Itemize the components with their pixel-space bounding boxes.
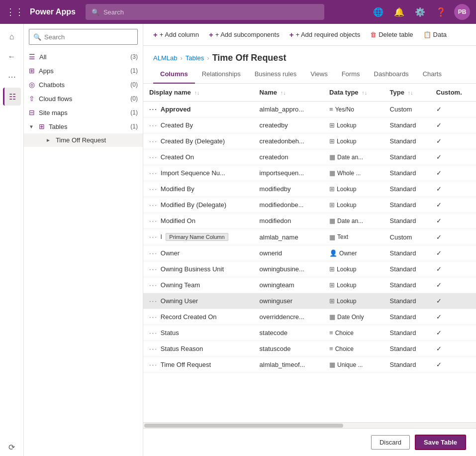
col-header-display-name[interactable]: Display name ↑↓	[143, 84, 254, 102]
sidebar-item-chatbots[interactable]: ◎ Chatbots (0)	[24, 78, 143, 92]
tab-dashboards[interactable]: Dashboards	[367, 65, 416, 84]
delete-table-button[interactable]: 🗑 Delete table	[366, 29, 417, 40]
topbar-search-box[interactable]: 🔍	[86, 4, 324, 20]
cell-type: Standard	[384, 117, 430, 133]
cell-type: Standard	[384, 245, 430, 261]
checkmark-icon: ✓	[436, 153, 442, 161]
dots-icon-btn[interactable]: ⋯	[3, 68, 21, 86]
breadcrumb: ALMLab › Tables › Time Off Request	[143, 46, 476, 65]
home-icon-btn[interactable]: ⌂	[3, 28, 21, 46]
cell-display-name: ···Owning User	[143, 293, 254, 309]
cell-display-name: ···Modified On	[143, 213, 254, 229]
table-body: ···Approvedalmlab_appro...≡Yes/NoCustom✓…	[143, 102, 476, 373]
sidebar-item-time-off-request[interactable]: ► Time Off Request	[24, 133, 143, 147]
tab-views[interactable]: Views	[303, 65, 334, 84]
search-icon-sidebar: 🔍	[33, 33, 41, 41]
col-header-type[interactable]: Type ↑↓	[384, 84, 430, 102]
row-context-menu[interactable]: ···	[149, 201, 158, 209]
row-context-menu[interactable]: ···	[149, 313, 158, 321]
horizontal-scrollbar-thumb[interactable]	[144, 424, 343, 428]
table-row: ···Modified Onmodifiedon▦Date an...Stand…	[143, 213, 476, 229]
grid-icon[interactable]: ⋮⋮	[6, 6, 24, 17]
table-row: ···Owning Business Unitowningbusine...⊞L…	[143, 261, 476, 277]
row-context-menu[interactable]: ···	[149, 169, 158, 177]
row-context-menu[interactable]: ···	[149, 217, 158, 225]
data-type-icon: ▦	[329, 233, 335, 241]
row-context-menu[interactable]: ···	[149, 345, 158, 352]
data-type-text: Date an...	[337, 154, 363, 161]
save-table-button[interactable]: Save Table	[415, 435, 466, 450]
row-context-menu[interactable]: ···	[149, 297, 158, 305]
row-context-menu[interactable]: ···	[149, 281, 158, 289]
trash-icon: 🗑	[370, 31, 377, 38]
table-icon-btn[interactable]: ☷	[3, 88, 21, 106]
col-header-data-type[interactable]: Data type ↑↓	[323, 84, 384, 102]
discard-button[interactable]: Discard	[371, 435, 410, 450]
row-context-menu[interactable]: ···	[149, 121, 158, 129]
display-name-text: Owning Team	[161, 281, 200, 289]
sidebar-item-count: (1)	[130, 67, 138, 74]
sidebar-search-box[interactable]: 🔍	[29, 29, 138, 45]
bell-icon[interactable]: 🔔	[391, 4, 406, 19]
tab-relationships[interactable]: Relationships	[195, 65, 248, 84]
sidebar-item-label: Apps	[39, 67, 126, 75]
back-icon-btn[interactable]: ←	[3, 48, 21, 66]
col-header-name[interactable]: Name ↑↓	[254, 84, 323, 102]
plus-icon: +	[153, 30, 158, 39]
tab-columns[interactable]: Columns	[153, 65, 195, 84]
table-container[interactable]: Display name ↑↓ Name ↑↓ Data type ↑↓	[143, 84, 476, 422]
tab-business-rules[interactable]: Business rules	[248, 65, 304, 84]
cell-display-name: ···Status	[143, 325, 254, 341]
row-context-menu[interactable]: ···	[149, 137, 158, 145]
avatar[interactable]: PB	[454, 4, 470, 20]
add-required-objects-button[interactable]: + + Add required objects	[286, 28, 365, 41]
cell-name: ownerid	[254, 245, 323, 261]
checkmark-icon: ✓	[436, 201, 442, 209]
expand-icon-table: ►	[46, 137, 51, 143]
row-context-menu[interactable]: ···	[149, 361, 158, 368]
cell-customizable: ✓	[430, 261, 476, 277]
row-context-menu[interactable]: ···	[149, 185, 158, 193]
help-icon[interactable]: ❓	[433, 4, 448, 19]
cell-display-name: ···Created On	[143, 149, 254, 165]
table-header-row: Display name ↑↓ Name ↑↓ Data type ↑↓	[143, 84, 476, 102]
row-context-menu[interactable]: ···	[149, 106, 158, 113]
tab-forms[interactable]: Forms	[335, 65, 367, 84]
data-button[interactable]: 📋 Data	[419, 29, 451, 40]
search-input[interactable]	[103, 8, 318, 16]
settings-icon[interactable]: ⚙️	[412, 4, 427, 19]
content-area: + + Add column + + Add subcomponents + +…	[143, 24, 476, 456]
sidebar-item-all[interactable]: ☰ All (3)	[24, 50, 143, 64]
sidebar-item-count: (1)	[130, 123, 138, 130]
sidebar-item-site-maps[interactable]: ⊟ Site maps (1)	[24, 106, 143, 119]
breadcrumb-almlab[interactable]: ALMLab	[153, 54, 177, 62]
sidebar-item-cloud-flows[interactable]: ⇧ Cloud flows (0)	[24, 92, 143, 106]
history-icon-btn[interactable]: ⟳	[3, 438, 21, 456]
cell-name: almlab_appro...	[254, 102, 323, 117]
site-maps-icon: ⊟	[29, 109, 35, 116]
row-context-menu[interactable]: ···	[149, 153, 158, 161]
cell-data-type: ▦Date Only	[323, 309, 384, 325]
sidebar-item-tables[interactable]: ▼ ⊞ Tables (1)	[24, 119, 143, 133]
cell-type: Standard	[384, 149, 430, 165]
add-column-button[interactable]: + + Add column	[149, 28, 203, 41]
row-context-menu[interactable]: ···	[149, 265, 158, 273]
add-subcomponents-button[interactable]: + + Add subcomponents	[205, 28, 284, 41]
row-context-menu[interactable]: ···	[149, 233, 158, 240]
horizontal-scrollbar[interactable]	[143, 422, 476, 428]
row-context-menu[interactable]: ···	[149, 249, 158, 257]
cell-customizable: ✓	[430, 213, 476, 229]
sidebar-search-input[interactable]	[44, 33, 133, 41]
display-name-text: Created By	[161, 121, 193, 129]
row-context-menu[interactable]: ···	[149, 329, 158, 337]
search-icon: 🔍	[92, 8, 99, 16]
sidebar-item-apps[interactable]: ⊞ Apps (1)	[24, 64, 143, 78]
breadcrumb-current: Time Off Request	[212, 53, 286, 63]
globe-icon[interactable]: 🌐	[371, 4, 385, 19]
breadcrumb-tables[interactable]: Tables	[186, 54, 204, 62]
display-name-text: Status	[161, 329, 179, 337]
cell-display-name: ···Time Off Request	[143, 357, 254, 373]
checkmark-icon: ✓	[436, 281, 442, 289]
tab-charts[interactable]: Charts	[416, 65, 449, 84]
cell-data-type: ⊞Lookup	[323, 261, 384, 277]
